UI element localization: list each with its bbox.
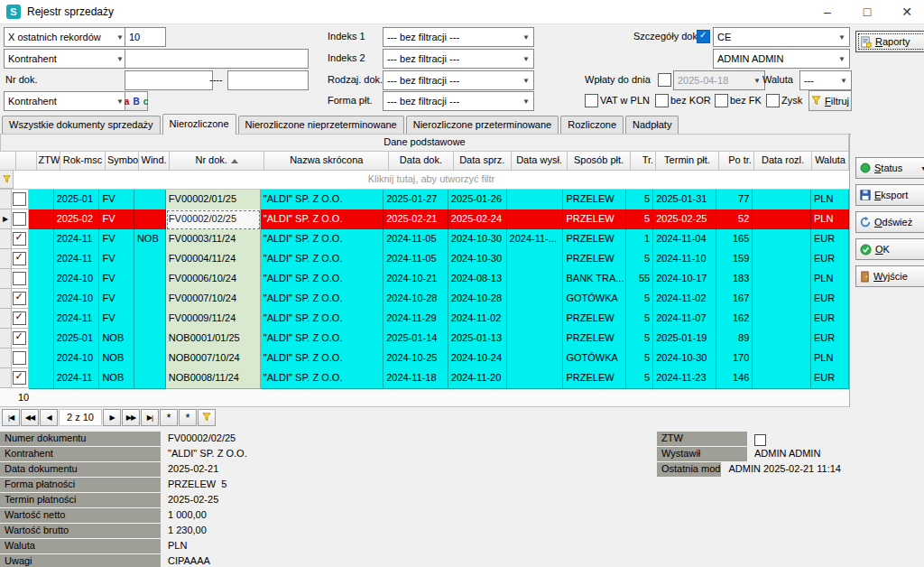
table-row[interactable]: 2025-01 FV FV00002/01/25 "ALDI" SP. Z O.… (0, 190, 849, 209)
cell-symbol[interactable]: FV (99, 289, 134, 310)
cell-data-dok[interactable]: 2025-02-21 (383, 209, 448, 230)
kontrahent-input[interactable] (125, 49, 309, 69)
cell-po-tr[interactable]: 170 (716, 349, 753, 369)
cell-sposob-plt[interactable]: PRZELEW (563, 190, 626, 210)
szczegoly-dok-checkbox[interactable] (697, 30, 710, 43)
cell-nr-dok[interactable]: FV00007/10/24 (166, 289, 261, 310)
row-checkbox-cell[interactable] (12, 329, 28, 349)
cell-rok-msc[interactable]: 2024-11 (54, 368, 100, 389)
cell-symbol[interactable]: FV (99, 229, 134, 250)
row-checkbox-cell[interactable] (12, 269, 28, 289)
table-row[interactable]: 2024-11 FV FV00009/11/24 "ALDI" SP. Z O.… (0, 309, 849, 329)
cell-waluta[interactable]: EUR (811, 329, 849, 349)
cell-data-rozl[interactable] (753, 368, 811, 389)
table-row[interactable]: 2024-11 FV FV00004/11/24 "ALDI" SP. Z O.… (0, 249, 849, 269)
row-checkbox[interactable] (13, 272, 26, 285)
cell-tr[interactable]: 5 (626, 368, 653, 389)
cell-sposob-plt[interactable]: PRZELEW (563, 209, 626, 230)
cell-tr[interactable]: 5 (626, 349, 653, 369)
cell-rok-msc[interactable]: 2024-10 (54, 289, 100, 310)
cell-ztw[interactable] (29, 269, 54, 290)
cell-rok-msc[interactable]: 2025-02 (54, 209, 100, 230)
cell-nr-dok[interactable]: FV00002/02/25 (166, 209, 261, 230)
cell-termin-plt[interactable]: 2024-11-10 (653, 249, 716, 270)
cell-wind[interactable] (134, 289, 166, 310)
cell-data-dok[interactable]: 2024-11-18 (383, 368, 448, 389)
cell-symbol[interactable]: NOB (99, 349, 134, 369)
tab[interactable]: Nierozliczone nieprzeterminowane (238, 116, 404, 134)
cell-waluta[interactable]: PLN (811, 190, 849, 210)
cell-symbol[interactable]: NOB (99, 368, 134, 389)
cell-po-tr[interactable]: 77 (716, 190, 753, 210)
kontrahent-mode-select[interactable]: Kontrahent▼ (4, 49, 128, 69)
cell-waluta[interactable]: EUR (811, 309, 849, 330)
header-data-rozl[interactable]: Data rozl. (754, 152, 812, 171)
cell-ztw[interactable] (29, 229, 54, 250)
cell-nr-dok[interactable]: FV00009/11/24 (166, 309, 261, 330)
wplaty-do-dnia-checkbox[interactable] (658, 73, 671, 87)
minimize-button[interactable]: – (808, 0, 846, 23)
row-checkbox-cell[interactable] (12, 209, 28, 229)
cell-po-tr[interactable]: 167 (716, 289, 753, 310)
row-checkbox-cell[interactable] (12, 349, 28, 368)
cell-data-sprz[interactable]: 2024-08-13 (448, 269, 507, 290)
navigator-filter-button[interactable] (198, 409, 216, 426)
table-row[interactable]: 2024-10 FV FV00006/10/24 "ALDI" SP. Z O.… (0, 269, 849, 289)
row-checkbox[interactable] (13, 212, 26, 226)
cell-data-dok[interactable]: 2024-11-05 (383, 249, 448, 270)
cell-nazwa-skrocona[interactable]: "ALDI" SP. Z O.O. (261, 229, 383, 250)
cell-wind[interactable]: NOB (134, 229, 166, 250)
maximize-button[interactable]: □ (848, 0, 886, 23)
tab[interactable]: Nadpłaty (625, 116, 679, 134)
nr-dok-to-input[interactable] (227, 70, 309, 90)
cell-data-wysl[interactable] (507, 289, 564, 310)
indeks2-select[interactable]: --- bez filtracji ---▼ (383, 49, 534, 69)
filtruj-button[interactable]: Filtruj (808, 90, 852, 111)
cell-nr-dok[interactable]: NOB0008/11/24 (166, 368, 261, 389)
cell-po-tr[interactable]: 162 (716, 309, 753, 330)
cell-nazwa-skrocona[interactable]: "ALDI" SP. Z O.O. (261, 209, 383, 230)
cell-termin-plt[interactable]: 2025-01-31 (653, 190, 716, 210)
cell-data-rozl[interactable] (753, 209, 811, 230)
cell-tr[interactable]: 55 (626, 269, 653, 290)
cell-po-tr[interactable]: 52 (716, 209, 753, 230)
odswiez-button[interactable]: Odśwież (855, 211, 924, 233)
cell-tr[interactable]: 5 (626, 309, 653, 330)
cell-wind[interactable] (134, 209, 166, 230)
cell-termin-plt[interactable]: 2024-11-23 (653, 368, 716, 389)
header-data-sprz[interactable]: Data sprz. (454, 152, 512, 171)
cell-data-sprz[interactable]: 2024-10-24 (448, 349, 507, 369)
cell-waluta[interactable]: PLN (811, 349, 849, 369)
cell-rok-msc[interactable]: 2024-11 (54, 249, 100, 270)
cell-termin-plt[interactable]: 2025-01-19 (653, 329, 716, 349)
row-checkbox[interactable] (13, 252, 26, 265)
cell-nr-dok[interactable]: FV00006/10/24 (166, 269, 261, 290)
cell-ztw[interactable] (29, 249, 54, 270)
cell-sposob-plt[interactable]: PRZELEW (563, 249, 626, 270)
cell-rok-msc[interactable]: 2024-10 (54, 349, 100, 369)
cell-nr-dok[interactable]: FV00002/01/25 (166, 190, 261, 210)
forma-plt-select[interactable]: --- bez filtracji ---▼ (383, 91, 534, 111)
cell-ztw[interactable] (29, 349, 54, 369)
rodzaj-dok-select[interactable]: --- bez filtracji ---▼ (383, 70, 534, 90)
cell-wind[interactable] (134, 349, 166, 369)
cell-nr-dok[interactable]: NOB0001/01/25 (166, 329, 261, 349)
raporty-button[interactable]: Raporty (855, 31, 924, 52)
cell-nazwa-skrocona[interactable]: "ALDI" SP. Z O.O. (261, 309, 383, 330)
row-checkbox[interactable] (13, 371, 26, 385)
cell-rok-msc[interactable]: 2025-01 (54, 190, 100, 210)
row-checkbox[interactable] (13, 331, 26, 345)
cell-waluta[interactable]: EUR (811, 229, 849, 250)
cell-sposob-plt[interactable]: GOTÓWKA (563, 349, 626, 369)
row-checkbox[interactable] (13, 311, 26, 325)
cell-nr-dok[interactable]: NOB0007/10/24 (166, 349, 261, 369)
cell-rok-msc[interactable]: 2024-10 (54, 269, 100, 290)
row-checkbox-cell[interactable] (12, 249, 28, 269)
cell-data-wysl[interactable] (507, 269, 564, 290)
cell-termin-plt[interactable]: 2024-11-07 (653, 309, 716, 330)
cell-tr[interactable]: 1 (626, 229, 653, 250)
cell-wind[interactable] (134, 269, 166, 290)
row-checkbox[interactable] (13, 351, 26, 365)
cell-data-rozl[interactable] (753, 269, 811, 290)
cell-ztw[interactable] (29, 190, 54, 210)
